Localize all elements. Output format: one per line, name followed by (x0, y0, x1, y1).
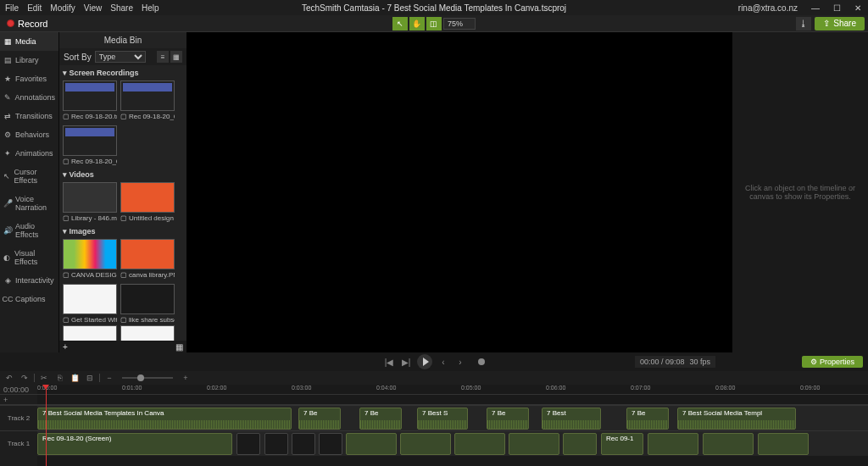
timeline: 0:00:00 + Track 2 Track 1 0:00:000:01:00… (0, 385, 868, 466)
hand-tool-icon[interactable]: ✋ (409, 17, 425, 31)
timeline-clip[interactable]: 7 Be (626, 408, 669, 430)
media-bin-content[interactable]: ▾ Screen Recordings▢Rec 09-18-20.trec▢Re… (59, 65, 186, 341)
timeline-clip[interactable] (292, 433, 315, 455)
view-grid-icon[interactable]: ▦ (170, 51, 182, 63)
bin-section-header[interactable]: ▾ Videos (63, 167, 183, 182)
next-marker-icon[interactable]: › (454, 356, 466, 368)
paste-icon[interactable]: 📋 (69, 373, 81, 383)
sidebar-item-audio-effects[interactable]: 🔊Audio Effects (0, 217, 58, 244)
timeline-clip[interactable]: 7 Be (487, 408, 529, 430)
zoom-in-icon[interactable]: + (180, 373, 192, 383)
cut-icon[interactable]: ✂ (38, 373, 50, 383)
media-item[interactable]: ▢Rec 09-18-20_002... (63, 125, 117, 167)
timeline-clip[interactable]: 7 Best Social Media Templates In Canva (37, 408, 292, 430)
timeline-clip[interactable] (703, 433, 754, 455)
timeline-clip[interactable]: 7 Best (542, 408, 601, 430)
cursor-tool-icon[interactable]: ↖ (392, 17, 408, 31)
track-2-header[interactable]: Track 2 (0, 405, 37, 430)
timeline-clip[interactable] (648, 433, 698, 455)
sidebar-item-annotations[interactable]: ✎Annotations (0, 88, 58, 107)
maximize-icon[interactable]: ☐ (830, 3, 844, 13)
media-item[interactable]: ▢CANVA DESIGNS... (63, 239, 117, 280)
timeline-clip[interactable]: 7 Be (298, 408, 341, 430)
zoom-dropdown[interactable]: 75% (443, 18, 476, 30)
playhead[interactable] (46, 385, 47, 466)
zoom-out-icon[interactable]: − (103, 373, 115, 383)
sidebar-item-animations[interactable]: ✦Animations (0, 144, 58, 163)
timeline-clip[interactable] (236, 433, 260, 455)
menu-edit[interactable]: Edit (27, 3, 42, 13)
media-item[interactable]: ▢like share subscri... (120, 284, 175, 325)
menu-help[interactable]: Help (142, 3, 159, 13)
timeline-ruler[interactable]: 0:00:000:01:000:02:000:03:000:04:000:05:… (37, 385, 868, 395)
marker-lane[interactable] (37, 395, 868, 405)
ruler-tick: 0:02:00 (207, 385, 226, 391)
track-1[interactable]: Rec 09-18-20 (Screen)Rec 09-1 (37, 430, 868, 456)
media-item[interactable]: ▢canva library.PNG (120, 239, 175, 280)
zoom-slider[interactable] (122, 377, 173, 379)
sidebar-item-favorites[interactable]: ★Favorites (0, 69, 58, 88)
timeline-clip[interactable] (454, 433, 505, 455)
sidebar-label: Animations (15, 149, 53, 158)
sidebar-item-captions[interactable]: CCCaptions (0, 290, 58, 308)
prev-marker-icon[interactable]: ‹ (437, 356, 449, 368)
media-item[interactable]: ▢Untitled design (1)... (120, 182, 175, 224)
sort-type-select[interactable]: Type (95, 51, 146, 63)
share-button[interactable]: ⇪Share (815, 17, 865, 31)
crop-tool-icon[interactable]: ◫ (426, 17, 442, 31)
user-email[interactable]: rina@xtra.co.nz (735, 3, 801, 13)
add-media-icon[interactable]: + (63, 342, 68, 352)
timeline-clip[interactable]: Rec 09-18-20 (Screen) (37, 433, 232, 455)
media-item[interactable]: ▢Get Started With... (63, 284, 117, 325)
view-list-icon[interactable]: ≡ (157, 51, 169, 63)
menu-share[interactable]: Share (110, 3, 133, 13)
properties-button[interactable]: ⚙ Properties (802, 356, 863, 368)
track-1-header[interactable]: Track 1 (0, 430, 37, 456)
bin-section-header[interactable]: ▾ Images (63, 224, 183, 239)
menu-view[interactable]: View (84, 3, 103, 13)
play-button[interactable] (417, 354, 432, 369)
record-icon (7, 19, 14, 27)
close-icon[interactable]: ✕ (851, 3, 865, 13)
sidebar-item-library[interactable]: ▤Library (0, 51, 58, 69)
timeline-clip[interactable]: 7 Be (359, 408, 402, 430)
preview-canvas[interactable] (186, 32, 732, 352)
record-button[interactable]: Record (0, 19, 54, 29)
media-item[interactable]: ▢Rec 09-18-20.trec (63, 80, 117, 122)
sidebar-label: Visual Effects (14, 249, 55, 266)
timeline-clip[interactable] (563, 433, 597, 455)
menu-modify[interactable]: Modify (50, 3, 75, 13)
menu-file[interactable]: File (5, 3, 19, 13)
media-item[interactable]: ▢Library - 846.mp4 (63, 182, 117, 224)
sidebar-item-voice-narration[interactable]: 🎤Voice Narration (0, 190, 58, 217)
timeline-clip[interactable] (758, 433, 809, 455)
sidebar-item-media[interactable]: ▦Media (0, 32, 58, 51)
timeline-tracks[interactable]: 0:00:000:01:000:02:000:03:000:04:000:05:… (37, 385, 868, 466)
media-item[interactable]: ▢Rec 09-18-20_001... (120, 80, 175, 122)
sidebar-item-interactivity[interactable]: ◈Interactivity (0, 271, 58, 290)
timeline-clip[interactable]: 7 Best Social Media Templ (677, 408, 796, 430)
sidebar-item-cursor-effects[interactable]: ↖Cursor Effects (0, 163, 58, 190)
track-2[interactable]: 7 Best Social Media Templates In Canva7 … (37, 405, 868, 430)
timeline-clip[interactable] (319, 433, 342, 455)
copy-icon[interactable]: ⎘ (53, 373, 65, 383)
timeline-clip[interactable]: 7 Best S (417, 408, 468, 430)
download-icon[interactable]: ⭳ (796, 17, 811, 31)
undo-icon[interactable]: ↶ (3, 373, 15, 383)
add-track-button[interactable]: + (0, 395, 37, 405)
split-icon[interactable]: ⊟ (84, 373, 96, 383)
bin-view-toggle-icon[interactable]: ▦ (175, 342, 183, 352)
timeline-clip[interactable] (264, 433, 288, 455)
step-back-icon[interactable]: ▶| (400, 356, 412, 368)
sidebar-item-behaviors[interactable]: ⚙Behaviors (0, 125, 58, 144)
timeline-clip[interactable] (509, 433, 559, 455)
sidebar-item-transitions[interactable]: ⇄Transitions (0, 107, 58, 125)
redo-icon[interactable]: ↷ (19, 373, 31, 383)
timeline-clip[interactable]: Rec 09-1 (601, 433, 643, 455)
sidebar-item-visual-effects[interactable]: ◐Visual Effects (0, 244, 58, 271)
prev-frame-icon[interactable]: |◀ (383, 356, 395, 368)
timeline-clip[interactable] (400, 433, 451, 455)
minimize-icon[interactable]: — (808, 3, 823, 13)
bin-section-header[interactable]: ▾ Screen Recordings (63, 65, 183, 80)
timeline-clip[interactable] (346, 433, 397, 455)
